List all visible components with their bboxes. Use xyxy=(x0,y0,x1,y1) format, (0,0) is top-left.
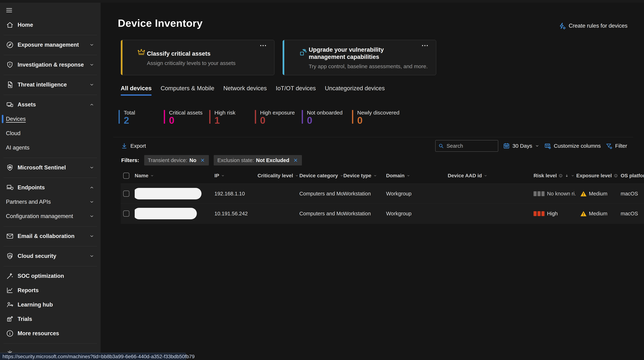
info-icon xyxy=(558,174,563,178)
column-header-os-platform[interactable]: OS platform xyxy=(621,173,644,179)
column-header-risk-level[interactable]: Risk level xyxy=(534,173,576,179)
chevron-down-icon xyxy=(89,165,94,170)
column-header-device-category[interactable]: Device category xyxy=(299,173,343,179)
card-title: Classify critical assets xyxy=(147,50,253,57)
filter-chip-transient-device-[interactable]: Transient device:No xyxy=(144,155,209,165)
column-label: Device type xyxy=(343,173,372,179)
search-input[interactable] xyxy=(446,143,496,149)
device-table: NameIPCriticality levelDevice categoryDe… xyxy=(121,168,644,224)
date-range-button[interactable]: 30 Days xyxy=(503,142,540,149)
chevron-down-icon xyxy=(406,174,410,178)
sidebar-item-configuration-management[interactable]: Configuration management xyxy=(0,209,100,223)
select-all-cell xyxy=(121,173,135,179)
tab-network-devices[interactable]: Network devices xyxy=(223,85,267,96)
sidebar-item-exposure-management[interactable]: Exposure management xyxy=(0,38,100,52)
column-header-device-type[interactable]: Device type xyxy=(343,173,386,179)
stat-newly-discovered[interactable]: Newly discovered0 xyxy=(352,110,406,124)
sidebar-item-investigation-response[interactable]: Investigation & response xyxy=(0,58,100,72)
stat-value: 2 xyxy=(124,116,164,125)
sidebar-item-more-resources[interactable]: More resources xyxy=(0,326,100,341)
select-all-checkbox[interactable] xyxy=(123,173,129,179)
customize-columns-button[interactable]: Customize columns xyxy=(544,142,601,149)
column-header-name[interactable]: Name xyxy=(135,173,214,179)
card-title: Upgrade your vulnerability management ca… xyxy=(309,46,414,60)
filter-chip-exclusion-state-[interactable]: Exclusion state:Not Excluded xyxy=(214,155,302,165)
export-button[interactable]: Export xyxy=(121,142,146,149)
active-filters-row: Filters: Transient device:NoExclusion st… xyxy=(121,155,302,165)
stat-total[interactable]: Total2 xyxy=(118,110,164,124)
sidebar-item-label: More resources xyxy=(18,330,59,337)
sidebar-item-trials[interactable]: Trials xyxy=(0,312,100,326)
sidebar-item-threat-intelligence[interactable]: Threat intelligence xyxy=(0,77,100,92)
exposure-level-label: Medium xyxy=(589,191,607,197)
column-header-criticality-level[interactable]: Criticality level xyxy=(258,173,299,179)
sidebar-item-ai-agents[interactable]: AI agents xyxy=(0,140,100,155)
sidebar-item-soc-optimization[interactable]: SOC optimization xyxy=(0,269,100,283)
more-options-icon[interactable] xyxy=(260,45,266,46)
sidebar-item-cloud[interactable]: Cloud xyxy=(0,126,100,140)
stat-high-risk[interactable]: High risk1 xyxy=(209,110,255,124)
risk-level-label: High xyxy=(547,211,558,217)
tab-uncategorized-devices[interactable]: Uncategorized devices xyxy=(325,85,385,96)
sidebar-item-home[interactable]: Home xyxy=(0,18,100,32)
close-icon[interactable] xyxy=(293,158,298,163)
table-row[interactable]: 10.191.56.242Computers and Mo...Workstat… xyxy=(121,204,644,224)
exposure-level-label: Medium xyxy=(589,211,607,217)
ip-cell: 10.191.56.242 xyxy=(214,211,258,217)
nav-collapse-button[interactable] xyxy=(0,3,100,18)
sidebar-item-label: Cloud security xyxy=(18,253,56,259)
row-checkbox[interactable] xyxy=(123,191,129,197)
info-icon xyxy=(614,174,618,178)
chevron-down-icon xyxy=(484,174,488,178)
sidebar-item-cloud-security[interactable]: Cloud security xyxy=(0,249,100,263)
sidebar-item-devices[interactable]: Devices xyxy=(0,112,100,126)
main-content: Device Inventory Create rules for device… xyxy=(100,3,644,360)
sidebar-item-label: Configuration management xyxy=(6,213,73,220)
tab-computers-mobile[interactable]: Computers & Mobile xyxy=(160,85,214,96)
sidebar-divider xyxy=(4,55,97,55)
create-rules-label: Create rules for devices xyxy=(569,23,628,29)
tab-all-devices[interactable]: All devices xyxy=(121,85,152,96)
table-row[interactable]: 192.168.1.10Computers and Mo...Workstati… xyxy=(121,184,644,204)
chevron-down-icon xyxy=(150,174,154,178)
sidebar-item-microsoft-sentinel[interactable]: Microsoft Sentinel xyxy=(0,160,100,175)
row-checkbox[interactable] xyxy=(123,211,129,217)
device-category-cell: Computers and Mo... xyxy=(299,191,343,197)
column-header-exposure-level[interactable]: Exposure level xyxy=(576,173,621,179)
column-header-device-aad-id[interactable]: Device AAD id xyxy=(448,173,534,179)
upgrade-vulnerability-card[interactable]: Upgrade your vulnerability management ca… xyxy=(282,40,436,75)
chevron-down-icon xyxy=(295,174,299,178)
sidebar-divider xyxy=(4,344,97,344)
learning-icon xyxy=(6,301,14,309)
device-type-cell: Workstation xyxy=(343,211,386,217)
create-rules-for-devices-button[interactable]: Create rules for devices xyxy=(558,22,628,30)
export-label: Export xyxy=(130,143,146,149)
sidebar-item-reports[interactable]: Reports xyxy=(0,283,100,298)
card-accent-bar xyxy=(121,40,122,75)
sidebar-item-partners-and-apis[interactable]: Partners and APIs xyxy=(0,195,100,209)
sidebar-item-endpoints[interactable]: Endpoints xyxy=(0,180,100,195)
stat-not-onboarded[interactable]: Not onboarded0 xyxy=(302,110,352,124)
stat-high-exposure[interactable]: High exposure0 xyxy=(255,110,302,124)
more-options-icon[interactable] xyxy=(422,45,428,46)
tab-iot-ot-devices[interactable]: IoT/OT devices xyxy=(276,85,316,96)
warning-triangle-icon xyxy=(580,191,587,197)
stat-critical-assets[interactable]: Critical assets0 xyxy=(164,110,209,124)
row-select-cell xyxy=(121,211,135,217)
column-header-ip[interactable]: IP xyxy=(214,173,258,179)
sidebar-item-email-collaboration[interactable]: Email & collaboration xyxy=(0,229,100,243)
filter-button[interactable]: Filter xyxy=(606,142,627,149)
stat-value: 0 xyxy=(169,116,209,125)
chevron-down-icon xyxy=(340,174,343,178)
close-icon[interactable] xyxy=(200,158,205,163)
stat-label: Total xyxy=(124,110,164,115)
sidebar-divider xyxy=(4,95,97,95)
card-description: Try app control, baseline assessments, a… xyxy=(309,63,428,69)
column-header-domain[interactable]: Domain xyxy=(386,173,448,179)
risk-level-label: No known ri... xyxy=(547,191,576,197)
classify-critical-assets-card[interactable]: Classify critical assets Assign critical… xyxy=(121,40,274,75)
risk-level-bars-icon xyxy=(534,211,544,216)
sidebar-item-learning-hub[interactable]: Learning hub xyxy=(0,298,100,312)
stat-label: Critical assets xyxy=(169,110,209,115)
sidebar-item-assets[interactable]: Assets xyxy=(0,97,100,112)
